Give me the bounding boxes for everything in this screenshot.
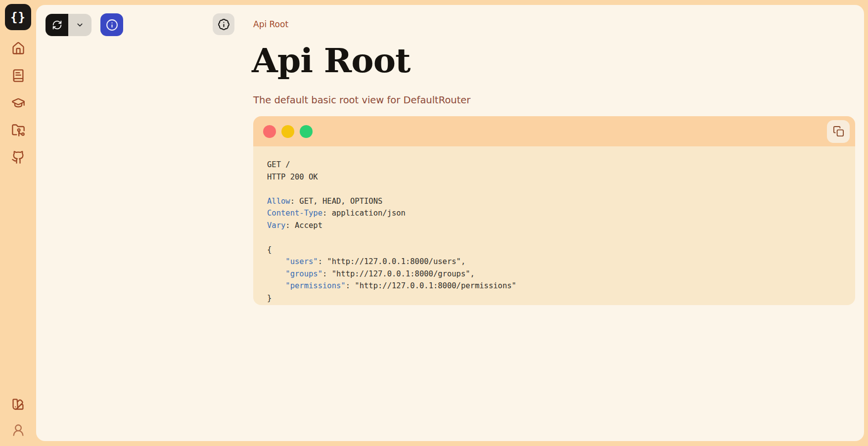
window-dot-yellow xyxy=(281,125,294,138)
code-line: Content-Type: application/json xyxy=(267,207,845,220)
refresh-button[interactable] xyxy=(46,14,68,36)
refresh-dropdown-button[interactable] xyxy=(68,14,91,36)
breadcrumb: Api Root xyxy=(253,19,288,29)
code-line: { xyxy=(267,244,845,256)
main-panel: Api Root Api Root The default basic root… xyxy=(36,5,864,441)
code-line: Allow: GET, HEAD, OPTIONS xyxy=(267,195,845,208)
code-line: "permissions": "http://127.0.0.1:8000/pe… xyxy=(267,280,845,292)
sidebar: {} xyxy=(0,0,36,446)
graduation-cap-icon xyxy=(11,96,25,110)
app-logo-glyph: {} xyxy=(10,10,26,24)
page-title: Api Root xyxy=(252,44,410,77)
info-button[interactable] xyxy=(100,13,123,36)
page-subtitle: The default basic root view for DefaultR… xyxy=(253,94,470,106)
sidebar-item-repository[interactable] xyxy=(11,123,25,137)
breadcrumb-current[interactable]: Api Root xyxy=(253,19,288,29)
copy-icon xyxy=(833,126,844,137)
badge-info-button[interactable] xyxy=(213,13,234,35)
github-icon xyxy=(11,150,25,164)
window-dot-red xyxy=(263,125,276,138)
swatch-book-icon xyxy=(11,397,25,411)
app-logo[interactable]: {} xyxy=(5,4,31,30)
code-line xyxy=(267,183,845,195)
response-code-card: GET /HTTP 200 OK Allow: GET, HEAD, OPTIO… xyxy=(253,116,855,305)
code-line: HTTP 200 OK xyxy=(267,171,845,183)
code-content: GET /HTTP 200 OK Allow: GET, HEAD, OPTIO… xyxy=(253,146,855,305)
code-line xyxy=(267,231,845,244)
sidebar-item-account[interactable] xyxy=(11,423,25,437)
code-line: "users": "http://127.0.0.1:8000/users", xyxy=(267,256,845,268)
code-line: "groups": "http://127.0.0.1:8000/groups"… xyxy=(267,268,845,280)
folder-git-icon xyxy=(11,123,25,137)
chevron-down-icon xyxy=(76,21,84,29)
code-card-header xyxy=(253,116,855,146)
house-icon xyxy=(11,42,25,55)
sidebar-item-github[interactable] xyxy=(11,150,25,164)
user-round-icon xyxy=(11,423,25,437)
sidebar-item-docs[interactable] xyxy=(11,69,25,83)
info-icon xyxy=(106,19,118,31)
book-text-icon xyxy=(11,69,25,83)
code-line: Vary: Accept xyxy=(267,220,845,232)
code-line: } xyxy=(267,292,845,305)
sidebar-item-tutorials[interactable] xyxy=(11,96,25,110)
refresh-cw-icon xyxy=(52,20,62,30)
code-line: GET / xyxy=(267,159,845,171)
badge-info-icon xyxy=(218,18,230,31)
refresh-split-button xyxy=(46,14,91,36)
sidebar-item-theme[interactable] xyxy=(11,397,25,411)
copy-button[interactable] xyxy=(827,120,850,143)
window-dot-green xyxy=(300,125,313,138)
sidebar-item-home[interactable] xyxy=(11,42,25,55)
